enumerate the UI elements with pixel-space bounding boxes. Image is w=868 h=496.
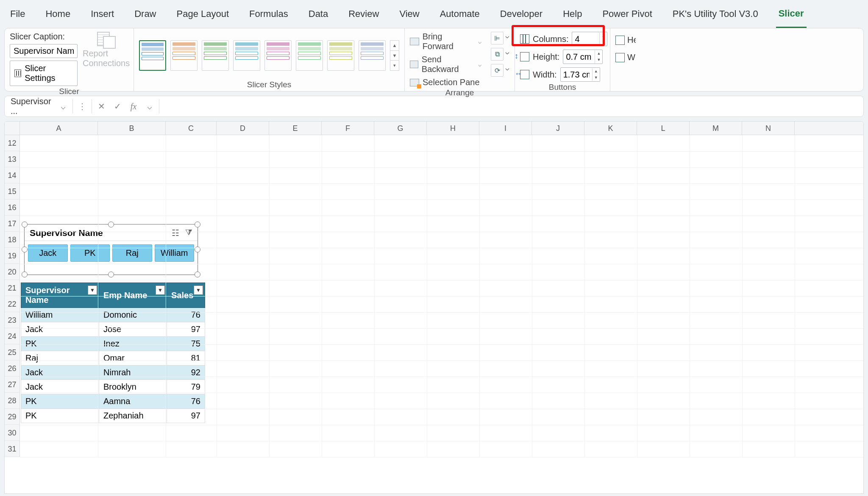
slicer-style-thumbnail[interactable] — [170, 40, 198, 71]
slicer-caption-input[interactable] — [10, 44, 78, 58]
fx-icon[interactable]: fx — [127, 102, 140, 111]
tab-power-pivot[interactable]: Power Pivot — [600, 1, 654, 27]
slicer-style-thumbnail[interactable] — [359, 40, 386, 71]
resize-handle[interactable] — [108, 272, 114, 277]
table-row[interactable]: PKZephaniah97 — [21, 409, 205, 423]
table-cell[interactable]: PK — [21, 409, 99, 423]
column-header[interactable]: L — [637, 122, 690, 135]
slicer-settings-button[interactable]: Slicer Settings — [10, 61, 78, 86]
chevron-down-icon[interactable]: ⌵ — [478, 61, 481, 68]
slicer-styles-gallery[interactable]: ▲▼▾ — [139, 40, 399, 71]
width-input[interactable] — [561, 70, 592, 80]
row-header[interactable]: 25 — [5, 344, 19, 360]
table-cell[interactable]: Zephaniah — [99, 409, 167, 423]
row-header[interactable]: 13 — [5, 151, 19, 167]
row-header[interactable]: 19 — [5, 248, 19, 264]
column-header[interactable]: N — [742, 122, 795, 135]
align-button[interactable]: ⊫ — [491, 32, 504, 44]
height-spinner[interactable]: ▲▼ — [563, 50, 603, 64]
chevron-down-icon[interactable]: ⌵ — [505, 64, 509, 77]
row-header[interactable]: 23 — [5, 312, 19, 328]
table-cell[interactable]: 76 — [167, 308, 205, 322]
chevron-down-icon[interactable]: ⌵ — [505, 48, 509, 61]
slicer-style-thumbnail[interactable] — [264, 40, 292, 71]
slicer-item[interactable]: William — [155, 244, 195, 262]
tab-file[interactable]: File — [8, 1, 28, 27]
row-header[interactable]: 26 — [5, 360, 19, 377]
tab-insert[interactable]: Insert — [88, 1, 117, 27]
data-table[interactable]: Supervisor Name▼Emp Name▼Sales▼WilliamDo… — [21, 283, 205, 423]
table-cell[interactable]: 81 — [167, 351, 205, 366]
spinner-down-icon[interactable]: ▼ — [595, 57, 602, 63]
slicer-style-thumbnail[interactable] — [139, 40, 166, 71]
table-cell[interactable]: William — [21, 308, 99, 322]
table-cell[interactable]: 97 — [167, 409, 205, 423]
tab-data[interactable]: Data — [306, 1, 331, 27]
bring-forward-button[interactable]: Bring Forward ⌵ — [410, 32, 481, 51]
slicer-item[interactable]: PK — [70, 244, 110, 262]
spinner-up-icon[interactable]: ▲ — [593, 68, 600, 75]
height-input[interactable] — [563, 52, 595, 62]
slicer-item[interactable]: Jack — [28, 244, 68, 262]
column-header[interactable]: C — [166, 122, 217, 135]
table-cell[interactable]: Aamna — [99, 394, 167, 409]
chevron-down-icon[interactable]: ⌵ — [61, 101, 66, 111]
slicer-style-thumbnail[interactable] — [327, 40, 354, 71]
columns-spinner[interactable]: ▲▼ — [572, 32, 607, 46]
table-cell[interactable]: Nimrah — [99, 366, 167, 380]
column-header[interactable]: A — [20, 122, 98, 135]
cells-area[interactable]: Supervisor Name ☷ ⧩ JackPKRajWilliam Sup… — [20, 135, 863, 457]
send-backward-button[interactable]: Send Backward ⌵ — [410, 55, 481, 74]
enter-icon[interactable]: ✓ — [111, 101, 124, 111]
tab-formulas[interactable]: Formulas — [247, 1, 291, 27]
table-row[interactable]: JackBrooklyn79 — [21, 380, 205, 394]
row-header[interactable]: 12 — [5, 135, 19, 151]
row-header[interactable]: 21 — [5, 280, 19, 296]
column-header[interactable]: B — [98, 122, 166, 135]
row-header[interactable]: 29 — [5, 409, 19, 425]
resize-handle[interactable] — [108, 222, 114, 227]
tab-developer[interactable]: Developer — [498, 1, 545, 27]
column-header[interactable]: I — [479, 122, 532, 135]
row-header[interactable]: 24 — [5, 328, 19, 344]
spinner-up-icon[interactable]: ▲ — [595, 50, 602, 57]
table-cell[interactable]: 92 — [167, 366, 205, 380]
table-cell[interactable]: 97 — [167, 322, 205, 337]
table-row[interactable]: PKAamna76 — [21, 394, 205, 409]
tab-page-layout[interactable]: Page Layout — [174, 1, 232, 27]
column-header[interactable]: J — [532, 122, 584, 135]
column-header[interactable]: H — [427, 122, 479, 135]
table-row[interactable]: WilliamDomonic76 — [21, 308, 205, 322]
clear-filter-icon[interactable]: ⧩ — [185, 228, 192, 238]
row-header[interactable]: 28 — [5, 393, 19, 409]
row-header[interactable]: 18 — [5, 232, 19, 248]
name-box[interactable]: Supervisor ... ⌵ — [6, 97, 70, 116]
resize-handle[interactable] — [195, 222, 200, 227]
row-header[interactable]: 30 — [5, 425, 19, 441]
tab-review[interactable]: Review — [346, 1, 381, 27]
multi-select-icon[interactable]: ☷ — [172, 228, 179, 238]
spinner-up-icon[interactable]: ▲ — [600, 33, 607, 39]
width-spinner[interactable]: ▲▼ — [560, 67, 600, 82]
tab-help[interactable]: Help — [560, 1, 584, 27]
formula-more-icon[interactable]: ⋮ — [75, 101, 89, 111]
resize-handle[interactable] — [22, 222, 28, 227]
table-cell[interactable]: PK — [21, 337, 99, 351]
tab-view[interactable]: View — [397, 1, 422, 27]
column-header[interactable]: M — [690, 122, 742, 135]
resize-handle[interactable] — [195, 272, 200, 277]
table-row[interactable]: JackJose97 — [21, 322, 205, 337]
slicer-item[interactable]: Raj — [112, 244, 152, 262]
table-cell[interactable]: Jose — [99, 322, 167, 337]
tab-pk-s-utility-tool-v3-0[interactable]: PK's Utility Tool V3.0 — [670, 1, 761, 27]
chevron-down-icon[interactable]: ⌵ — [478, 38, 481, 45]
table-row[interactable]: PKInez75 — [21, 337, 205, 351]
column-header[interactable]: K — [584, 122, 637, 135]
table-cell[interactable]: 76 — [167, 394, 205, 409]
cancel-icon[interactable]: ✕ — [95, 101, 108, 111]
gallery-scroll[interactable]: ▲▼▾ — [390, 40, 399, 71]
table-cell[interactable]: 79 — [167, 380, 205, 394]
selection-pane-button[interactable]: Selection Pane — [410, 78, 481, 87]
group-button[interactable]: ⧉ — [491, 48, 504, 61]
row-header[interactable]: 22 — [5, 296, 19, 312]
